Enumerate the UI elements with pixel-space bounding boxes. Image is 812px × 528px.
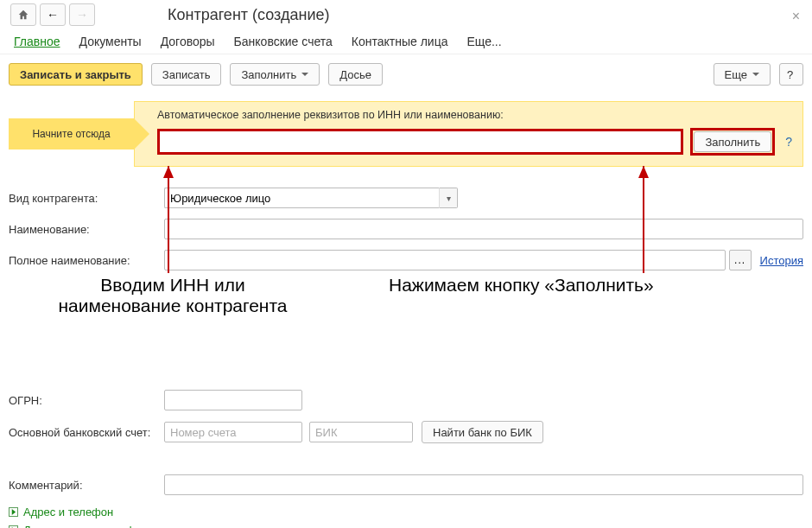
home-button[interactable]: [10, 3, 36, 26]
autofill-panel: Начните отсюда Автоматическое заполнение…: [9, 92, 803, 179]
tab-contacts[interactable]: Контактные лица: [352, 35, 448, 48]
kind-select[interactable]: ▾: [164, 188, 458, 208]
section-address[interactable]: Адрес и телефон: [9, 506, 803, 518]
ogrn-label: ОГРН:: [9, 394, 164, 407]
save-button[interactable]: Записать: [151, 63, 222, 86]
tab-main[interactable]: Главное: [14, 35, 60, 48]
comment-label: Комментарий:: [9, 479, 164, 492]
ogrn-input[interactable]: [164, 390, 302, 410]
fullname-label: Полное наименование:: [9, 254, 164, 267]
bank-account-input[interactable]: [164, 422, 302, 442]
fullname-ellipsis[interactable]: ...: [729, 250, 752, 270]
tab-documents[interactable]: Документы: [79, 35, 142, 48]
tab-bank-accounts[interactable]: Банковские счета: [234, 35, 333, 48]
bank-label: Основной банковский счет:: [9, 426, 164, 439]
comment-input[interactable]: [164, 474, 803, 495]
section-address-label: Адрес и телефон: [23, 506, 113, 518]
start-here-arrow: Начните отсюда: [9, 118, 134, 149]
annotation-left: Вводим ИНН или наименование контрагента: [52, 275, 294, 316]
autofill-label: Автоматическое заполнение реквизитов по …: [157, 109, 792, 121]
kind-dropdown-toggle[interactable]: ▾: [439, 188, 458, 208]
home-icon: [17, 9, 29, 21]
section-extra-label: Дополнительная информация: [23, 524, 181, 528]
tab-bar: Главное Документы Договоры Банковские сч…: [0, 29, 812, 54]
fullname-input[interactable]: [164, 250, 726, 270]
bank-bic-input[interactable]: [309, 422, 413, 442]
history-link[interactable]: История: [760, 254, 803, 267]
kind-input[interactable]: [164, 188, 439, 208]
autofill-help-icon[interactable]: ?: [785, 135, 792, 149]
help-button[interactable]: ?: [779, 63, 803, 86]
forward-button[interactable]: →: [69, 3, 95, 26]
name-input[interactable]: [164, 219, 803, 239]
toolbar: Записать и закрыть Записать Заполнить До…: [0, 54, 812, 92]
arrow-right-icon: →: [76, 8, 88, 22]
find-bank-button[interactable]: Найти банк по БИК: [422, 421, 543, 443]
section-extra[interactable]: Дополнительная информация: [9, 524, 803, 528]
fill-dropdown[interactable]: Заполнить: [230, 63, 320, 86]
back-button[interactable]: ←: [40, 3, 66, 26]
arrow-left-icon: ←: [47, 8, 59, 22]
save-close-button[interactable]: Записать и закрыть: [9, 63, 143, 86]
name-label: Наименование:: [9, 223, 164, 236]
form: Вид контрагента: ▾ Наименование: Полное …: [0, 188, 812, 528]
close-button[interactable]: ×: [792, 9, 800, 24]
kind-label: Вид контрагента:: [9, 192, 164, 205]
tab-contracts[interactable]: Договоры: [161, 35, 215, 48]
tab-more[interactable]: Еще...: [466, 35, 501, 48]
more-dropdown[interactable]: Еще: [714, 63, 771, 86]
chevron-down-icon: ▾: [447, 194, 451, 203]
start-here-label: Начните отсюда: [32, 128, 110, 140]
autofill-button[interactable]: Заполнить: [694, 131, 771, 152]
dossier-button[interactable]: Досье: [328, 63, 383, 86]
window-title: Контрагент (создание): [168, 6, 329, 24]
expand-icon: [9, 507, 18, 517]
annotation-right: Нажимаем кнопку «Заполнить»: [389, 275, 786, 296]
autofill-input[interactable]: [157, 129, 683, 155]
